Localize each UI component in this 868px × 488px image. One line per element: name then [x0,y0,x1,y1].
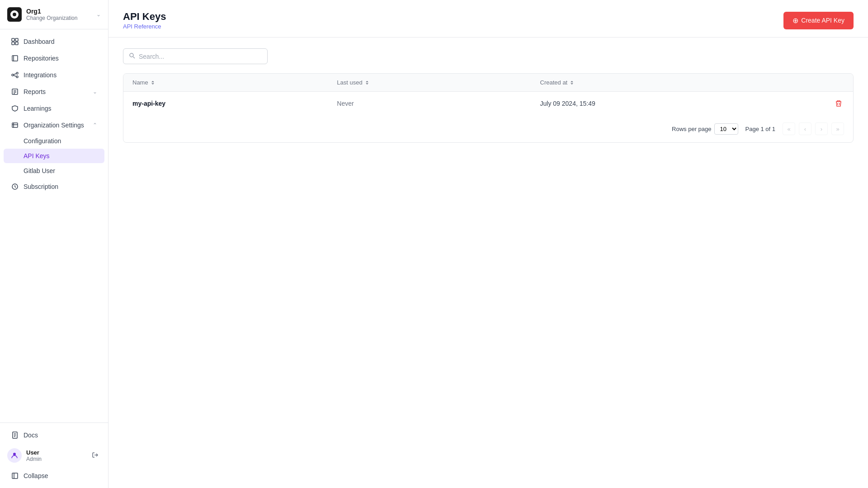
dashboard-icon [11,38,19,46]
svg-line-10 [14,75,16,76]
rows-per-page-label: Rows per page [672,126,711,132]
first-page-button[interactable]: « [783,122,795,135]
search-bar [123,48,268,64]
svg-rect-25 [12,473,18,479]
search-input[interactable] [139,53,262,60]
svg-point-8 [16,76,18,78]
svg-rect-4 [12,56,18,61]
sidebar-bottom: Docs User Admin Collapse [0,422,108,488]
repositories-icon [11,54,19,62]
sidebar-item-dashboard-label: Dashboard [24,38,97,45]
sidebar: Org1 Change Organization ⌄ Dashboard Rep… [0,0,108,488]
api-key-name: my-api-key [123,92,328,116]
api-key-last-used: Never [328,92,531,116]
page-title: API Keys [123,11,166,23]
subscription-icon [11,183,19,191]
sidebar-item-repositories-label: Repositories [24,55,97,62]
user-name: User [26,449,85,456]
create-api-key-button[interactable]: ⊕ Create API Key [783,12,854,29]
api-keys-table-container: Name Last used Created [123,73,854,143]
sidebar-item-configuration-label: Configuration [24,137,61,145]
sidebar-item-learnings[interactable]: Learnings [4,100,104,117]
svg-point-6 [12,74,14,76]
plus-icon: ⊕ [793,16,798,25]
created-at-sort[interactable]: Created at [540,79,575,86]
sidebar-item-reports-label: Reports [24,88,88,95]
table-row: my-api-key Never July 09 2024, 15:49 [123,92,853,116]
org-settings-icon [11,121,19,129]
api-keys-table: Name Last used Created [123,74,853,115]
sidebar-item-configuration[interactable]: Configuration [4,134,104,148]
svg-point-27 [130,53,133,57]
next-page-button[interactable]: › [815,122,828,135]
learnings-icon [11,104,19,113]
sidebar-item-subscription-label: Subscription [24,183,97,190]
svg-point-7 [16,72,18,74]
collapse-icon [11,472,19,480]
svg-rect-0 [12,38,14,41]
column-header-last-used[interactable]: Last used [328,74,531,92]
prev-page-button[interactable]: ‹ [799,122,811,135]
sidebar-item-docs[interactable]: Docs [4,427,104,443]
sidebar-item-reports[interactable]: Reports ⌄ [4,84,104,100]
page-info: Page 1 of 1 [745,126,776,132]
svg-line-28 [133,57,135,59]
sidebar-collapse-button[interactable]: Collapse [4,468,104,484]
user-role: Admin [26,456,85,462]
column-header-name[interactable]: Name [123,74,328,92]
org-switcher[interactable]: Org1 Change Organization ⌄ [0,0,108,29]
user-info: User Admin [26,449,85,462]
search-icon [129,52,135,60]
column-header-created-at[interactable]: Created at [531,74,824,92]
api-reference-link[interactable]: API Reference [123,23,161,30]
org-change-label: Change Organization [26,15,92,21]
sidebar-item-docs-label: Docs [24,432,97,439]
sidebar-item-org-settings-label: Organization Settings [24,122,88,129]
collapse-label: Collapse [24,472,97,479]
sidebar-item-repositories[interactable]: Repositories [4,50,104,66]
org-info: Org1 Change Organization [26,8,92,21]
sidebar-item-gitlab-user-label: Gitlab User [24,167,55,174]
logout-button[interactable] [90,450,101,462]
chevron-right-icon: ⌄ [93,89,97,95]
sidebar-item-org-settings[interactable]: Organization Settings ⌃ [4,117,104,133]
sidebar-nav: Dashboard Repositories Integrations Repo… [0,29,108,422]
rows-per-page-select[interactable]: 10 25 50 [714,123,738,135]
sidebar-item-integrations-label: Integrations [24,71,97,79]
page-title-area: API Keys API Reference [123,11,166,30]
sidebar-item-api-keys[interactable]: API Keys [4,149,104,163]
chevron-down-icon: ⌄ [96,11,101,18]
sidebar-item-subscription[interactable]: Subscription [4,178,104,195]
org-settings-subnav: Configuration API Keys Gitlab User [0,134,108,178]
user-section[interactable]: User Admin [0,444,108,467]
last-used-sort[interactable]: Last used [337,79,369,86]
page-subtitle: API Reference [123,23,166,30]
create-api-key-label: Create API Key [801,17,844,24]
delete-api-key-button[interactable] [833,98,844,109]
pagination: Rows per page 10 25 50 Page 1 of 1 « ‹ ›… [123,115,853,142]
chevron-up-icon: ⌃ [93,122,97,128]
sidebar-item-gitlab-user[interactable]: Gitlab User [4,164,104,178]
name-sort[interactable]: Name [132,79,156,86]
reports-icon [11,88,19,96]
sidebar-item-integrations[interactable]: Integrations [4,67,104,83]
docs-icon [11,431,19,439]
svg-rect-15 [12,123,18,127]
avatar [7,448,22,463]
api-key-created-at: July 09 2024, 15:49 [531,92,824,116]
content-area: Name Last used Created [108,38,868,488]
integrations-icon [11,71,19,79]
sidebar-item-dashboard[interactable]: Dashboard [4,33,104,50]
svg-rect-3 [15,42,18,45]
page-header: API Keys API Reference ⊕ Create API Key [108,0,868,38]
last-page-button[interactable]: » [831,122,844,135]
svg-point-23 [13,453,16,455]
svg-rect-2 [12,42,14,45]
org-logo [7,7,22,22]
svg-line-9 [14,74,16,75]
main-content: API Keys API Reference ⊕ Create API Key [108,0,868,488]
org-name: Org1 [26,8,92,15]
svg-rect-1 [15,38,18,41]
sidebar-item-api-keys-label: API Keys [24,152,50,160]
sidebar-item-learnings-label: Learnings [24,105,97,112]
